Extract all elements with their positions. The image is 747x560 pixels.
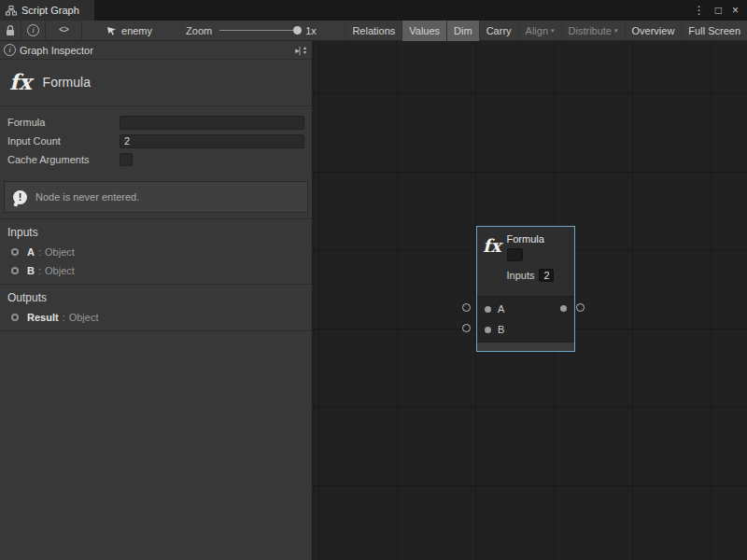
- formula-field-label: Formula: [7, 117, 120, 128]
- info-button[interactable]: i: [21, 21, 45, 41]
- port-dot-icon: [11, 314, 19, 321]
- formula-input[interactable]: [120, 116, 304, 130]
- cache-arguments-checkbox[interactable]: [120, 153, 133, 166]
- cache-arguments-field-row: Cache Arguments: [7, 150, 304, 169]
- formula-node-ports: A B: [477, 296, 574, 342]
- input-port-row-b: B : Object: [0, 261, 312, 280]
- distribute-dropdown[interactable]: Distribute▾: [561, 21, 625, 41]
- zoom-slider-knob[interactable]: [293, 26, 302, 35]
- node-port-row-b: B: [477, 319, 574, 340]
- relations-button[interactable]: Relations: [345, 21, 402, 41]
- overview-label: Overview: [632, 25, 675, 36]
- port-dot-icon: [11, 267, 19, 274]
- zoom-label: Zoom: [186, 25, 212, 36]
- graph-toolbar: i <> enemy Zoom 1x Relations Values Dim …: [0, 21, 747, 41]
- fx-icon: fx: [483, 237, 501, 296]
- formula-field-row: Formula: [7, 113, 304, 132]
- node-input-count[interactable]: 2: [539, 269, 554, 282]
- toolbar-buttons: Relations Values Dim Carry Align▾ Distri…: [345, 21, 747, 41]
- port-name: Result: [27, 312, 59, 323]
- window-menu-icon[interactable]: ⋮: [694, 5, 705, 16]
- zoom-value: 1x: [305, 25, 317, 36]
- distribute-label: Distribute: [569, 25, 612, 36]
- inspector-node-title: Formula: [43, 75, 91, 90]
- edit-code-button[interactable]: <>: [46, 21, 81, 41]
- output-port-result-icon[interactable]: [560, 305, 567, 312]
- tab-script-graph[interactable]: Script Graph: [0, 0, 94, 21]
- port-ring-a-icon[interactable]: [462, 303, 471, 312]
- port-type: Object: [45, 265, 75, 276]
- info-icon: i: [27, 24, 39, 36]
- port-name: B: [27, 265, 35, 276]
- align-dropdown[interactable]: Align▾: [518, 21, 561, 41]
- warning-icon: !: [13, 190, 27, 204]
- formula-node-header[interactable]: fx Formula Inputs 2: [477, 227, 574, 296]
- chevron-down-icon: ▾: [614, 27, 618, 34]
- toolbar-separator: [81, 21, 82, 41]
- maximize-icon[interactable]: □: [715, 5, 722, 16]
- dock-icon[interactable]: ▸|: [295, 46, 300, 55]
- port-colon: :: [38, 265, 41, 276]
- scroll-spinner[interactable]: ▴ ▾: [303, 46, 308, 55]
- divider: [0, 330, 312, 331]
- dim-label: Dim: [454, 25, 472, 36]
- inspector-fields: Formula Input Count 2 Cache Arguments: [0, 106, 312, 171]
- graph-asset-icon: [106, 25, 118, 35]
- outputs-section-header: Outputs: [0, 285, 312, 308]
- tab-label: Script Graph: [21, 5, 79, 16]
- port-ring-result-icon[interactable]: [576, 303, 585, 312]
- port-type: Object: [45, 246, 75, 258]
- port-colon: :: [63, 312, 65, 323]
- chevron-down-icon: ▾: [551, 27, 555, 34]
- input-count-input[interactable]: 2: [120, 134, 304, 148]
- warning-text: Node is never entered.: [35, 191, 139, 203]
- node-title-block: fx Formula: [0, 60, 312, 106]
- graph-canvas[interactable]: fx Formula Inputs 2 A B: [313, 41, 747, 560]
- overview-button[interactable]: Overview: [625, 21, 682, 41]
- warning-box: ! Node is never entered.: [4, 181, 308, 213]
- close-icon[interactable]: ×: [732, 5, 739, 16]
- input-port-row-a: A : Object: [0, 243, 312, 261]
- port-type: Object: [69, 312, 99, 323]
- node-footer-bar: [477, 342, 574, 351]
- fullscreen-button[interactable]: Full Screen: [681, 21, 747, 41]
- input-port-b-icon[interactable]: [485, 327, 491, 333]
- fx-icon: fx: [9, 71, 32, 92]
- inspector-header-label: Graph Inspector: [20, 45, 93, 56]
- carry-button[interactable]: Carry: [479, 21, 518, 41]
- port-dot-icon: [11, 248, 19, 256]
- graph-breadcrumb[interactable]: enemy: [99, 25, 160, 36]
- titlebar: Script Graph ⋮ □ ×: [0, 0, 747, 21]
- cache-arguments-label: Cache Arguments: [7, 154, 120, 165]
- align-label: Align: [526, 25, 548, 36]
- dim-button[interactable]: Dim: [446, 21, 479, 41]
- values-label: Values: [409, 25, 440, 36]
- code-icon: <>: [59, 25, 68, 35]
- port-colon: :: [38, 246, 41, 258]
- port-ring-b-icon[interactable]: [462, 324, 471, 332]
- output-port-row-result: Result : Object: [0, 308, 312, 327]
- node-formula-input[interactable]: [507, 248, 523, 261]
- script-graph-icon: [6, 6, 17, 16]
- node-inputs-row: Inputs 2: [507, 269, 555, 282]
- input-port-a-icon[interactable]: [485, 306, 491, 313]
- values-button[interactable]: Values: [402, 21, 446, 41]
- zoom-slider[interactable]: [219, 30, 298, 31]
- formula-node[interactable]: fx Formula Inputs 2 A B: [476, 226, 575, 352]
- node-title: Formula: [507, 233, 555, 245]
- node-inputs-label: Inputs: [507, 270, 535, 281]
- fullscreen-label: Full Screen: [688, 25, 740, 36]
- spin-down-icon[interactable]: ▾: [303, 50, 306, 55]
- graph-inspector-panel: i Graph Inspector ▸| ▴ ▾ fx Formula Form…: [0, 41, 313, 560]
- zoom-control: Zoom 1x: [180, 25, 322, 36]
- relations-label: Relations: [352, 25, 395, 36]
- inspector-header: i Graph Inspector ▸| ▴ ▾: [0, 41, 312, 60]
- input-count-label: Input Count: [7, 135, 120, 147]
- node-port-label: A: [498, 303, 504, 315]
- node-port-row-a: A: [477, 299, 574, 319]
- info-icon: i: [4, 44, 16, 56]
- lock-button[interactable]: [0, 21, 21, 41]
- node-port-label: B: [498, 324, 504, 335]
- window-controls: ⋮ □ ×: [694, 0, 747, 21]
- graph-name-label: enemy: [121, 25, 152, 36]
